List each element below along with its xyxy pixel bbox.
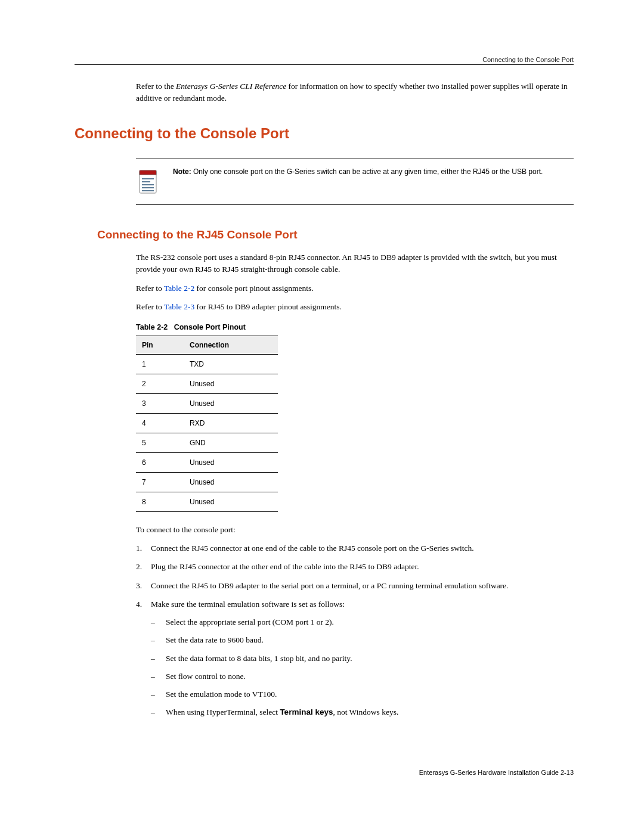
intro-prefix: Refer to the xyxy=(136,82,176,91)
table-2-3-link[interactable]: Table 2-3 xyxy=(164,302,194,311)
page-footer: Enterasys G-Series Hardware Installation… xyxy=(419,768,574,778)
sub-item-f: When using HyperTerminal, select Termina… xyxy=(151,706,574,718)
steps-list: Connect the RJ45 connector at one end of… xyxy=(136,542,574,719)
heading-1: Connecting to the Console Port xyxy=(75,123,574,144)
sub-item-b: Set the data rate to 9600 baud. xyxy=(151,634,574,646)
step-3: Connect the RJ45 to DB9 adapter to the s… xyxy=(136,580,574,592)
cell-connection: Unused xyxy=(184,374,278,393)
table-row: 6Unused xyxy=(136,452,278,472)
cell-pin: 6 xyxy=(136,452,184,472)
running-header: Connecting to the Console Port xyxy=(482,55,574,65)
paragraph-3: Refer to Table 2-3 for RJ45 to DB9 adapt… xyxy=(136,301,574,313)
cell-pin: 3 xyxy=(136,393,184,413)
note-label: Note: xyxy=(173,167,191,176)
table-row: 8Unused xyxy=(136,492,278,511)
p2-suffix: for console port pinout assignments. xyxy=(194,284,313,293)
cell-connection: Unused xyxy=(184,452,278,472)
cell-connection: Unused xyxy=(184,492,278,511)
table-header-row: Pin Connection xyxy=(136,336,278,354)
cell-connection: GND xyxy=(184,433,278,452)
table-row: 4RXD xyxy=(136,413,278,433)
table-row: 5GND xyxy=(136,433,278,452)
sub-item-a: Select the appropriate serial port (COM … xyxy=(151,616,574,628)
heading-2: Connecting to the RJ45 Console Port xyxy=(97,226,574,244)
intro-paragraph: Refer to the Enterasys G-Series CLI Refe… xyxy=(136,80,574,105)
cell-pin: 5 xyxy=(136,433,184,452)
col-header-pin: Pin xyxy=(136,336,184,354)
p3-prefix: Refer to xyxy=(136,302,164,311)
p2-prefix: Refer to xyxy=(136,284,164,293)
cell-pin: 1 xyxy=(136,354,184,374)
table-row: 7Unused xyxy=(136,472,278,492)
cell-connection: Unused xyxy=(184,393,278,413)
cell-pin: 7 xyxy=(136,472,184,492)
paragraph-4: To connect to the console port: xyxy=(136,524,574,536)
note-icon xyxy=(136,167,160,197)
note-box: Note: Only one console port on the G-Ser… xyxy=(136,159,574,205)
sub-list: Select the appropriate serial port (COM … xyxy=(151,616,574,719)
step-1: Connect the RJ45 connector at one end of… xyxy=(136,542,574,554)
sub-item-c: Set the data format to 8 data bits, 1 st… xyxy=(151,653,574,665)
step-2: Plug the RJ45 connector at the other end… xyxy=(136,561,574,573)
sub-f-bold: Terminal keys xyxy=(280,708,333,716)
table-caption-title: Console Port Pinout xyxy=(174,323,246,331)
sub-item-d: Set flow control to none. xyxy=(151,671,574,682)
cell-pin: 4 xyxy=(136,413,184,433)
step-4: Make sure the terminal emulation softwar… xyxy=(136,598,574,719)
sub-f-prefix: When using HyperTerminal, select xyxy=(166,708,280,716)
table-caption-number: Table 2-2 xyxy=(136,323,168,331)
paragraph-1: The RS-232 console port uses a standard … xyxy=(136,252,574,276)
page-content: Refer to the Enterasys G-Series CLI Refe… xyxy=(136,80,574,719)
cell-connection: TXD xyxy=(184,354,278,374)
cell-pin: 2 xyxy=(136,374,184,393)
table-row: 3Unused xyxy=(136,393,278,413)
col-header-connection: Connection xyxy=(184,336,278,354)
sub-f-suffix: , not Windows keys. xyxy=(333,708,398,716)
note-text: Note: Only one console port on the G-Ser… xyxy=(173,167,543,177)
cell-pin: 8 xyxy=(136,492,184,511)
cell-connection: Unused xyxy=(184,472,278,492)
table-row: 2Unused xyxy=(136,374,278,393)
header-rule xyxy=(75,64,574,65)
console-port-pinout-table: Pin Connection 1TXD 2Unused 3Unused 4RXD… xyxy=(136,336,278,512)
table-2-2-link[interactable]: Table 2-2 xyxy=(164,284,194,293)
sub-item-e: Set the emulation mode to VT100. xyxy=(151,688,574,700)
paragraph-2: Refer to Table 2-2 for console port pino… xyxy=(136,283,574,294)
table-caption: Table 2-2 Console Port Pinout xyxy=(136,322,574,333)
cell-connection: RXD xyxy=(184,413,278,433)
intro-italic: Enterasys G-Series CLI Reference xyxy=(176,82,286,91)
note-body: Only one console port on the G-Series sw… xyxy=(191,167,543,176)
step-4-text: Make sure the terminal emulation softwar… xyxy=(151,600,345,609)
table-row: 1TXD xyxy=(136,354,278,374)
p3-suffix: for RJ45 to DB9 adapter pinout assignmen… xyxy=(194,302,342,311)
